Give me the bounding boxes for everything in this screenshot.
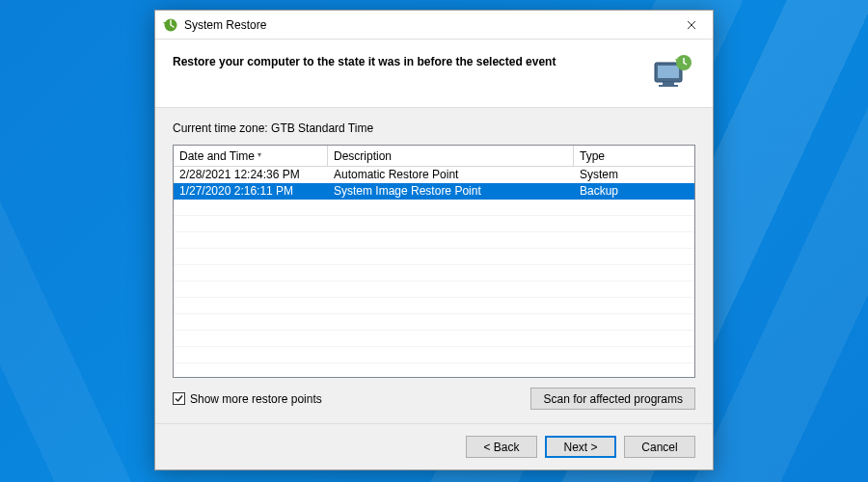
- cell-type: Backup: [574, 183, 694, 200]
- column-label: Type: [580, 149, 605, 163]
- cell-type: System: [574, 167, 694, 183]
- cell-date: 2/28/2021 12:24:36 PM: [174, 167, 328, 183]
- cell-date: 1/27/2020 2:16:11 PM: [174, 183, 328, 200]
- page-heading: Restore your computer to the state it wa…: [173, 53, 647, 68]
- svg-rect-2: [658, 66, 679, 78]
- back-button[interactable]: < Back: [466, 436, 537, 458]
- column-label: Date and Time: [179, 149, 255, 163]
- next-button[interactable]: Next >: [545, 436, 616, 458]
- table-body: 2/28/2021 12:24:36 PMAutomatic Restore P…: [174, 167, 694, 377]
- close-button[interactable]: [670, 11, 713, 40]
- table-row[interactable]: 1/27/2020 2:16:11 PMSystem Image Restore…: [174, 183, 694, 200]
- column-header-type[interactable]: Type: [574, 146, 694, 166]
- table-row[interactable]: 2/28/2021 12:24:36 PMAutomatic Restore P…: [174, 167, 694, 183]
- svg-rect-4: [659, 85, 678, 87]
- wizard-body: Current time zone: GTB Standard Time Dat…: [155, 108, 713, 423]
- restore-points-table[interactable]: Date and Time ▾ Description Type 2/28/20…: [173, 145, 695, 378]
- checkbox-label: Show more restore points: [190, 392, 322, 406]
- grid-lines: [174, 200, 694, 377]
- wizard-footer: < Back Next > Cancel: [155, 423, 713, 469]
- cell-description: System Image Restore Point: [328, 183, 574, 200]
- show-more-checkbox-wrap[interactable]: Show more restore points: [173, 392, 530, 406]
- column-header-date[interactable]: Date and Time ▾: [174, 146, 328, 166]
- below-table-row: Show more restore points Scan for affect…: [173, 378, 695, 415]
- scan-affected-programs-button[interactable]: Scan for affected programs: [530, 388, 695, 410]
- table-header: Date and Time ▾ Description Type: [174, 146, 694, 167]
- svg-rect-3: [663, 82, 674, 85]
- cell-description: Automatic Restore Point: [328, 167, 574, 183]
- window-title: System Restore: [184, 18, 670, 32]
- close-icon: [687, 17, 696, 33]
- column-label: Description: [334, 149, 392, 163]
- sort-descending-icon: ▾: [258, 150, 261, 159]
- checkbox-icon: [173, 392, 185, 405]
- column-header-description[interactable]: Description: [328, 146, 574, 166]
- titlebar[interactable]: System Restore: [155, 11, 713, 40]
- system-restore-icon: [163, 17, 178, 33]
- restore-art-icon: [647, 53, 695, 92]
- system-restore-window: System Restore Restore your computer to …: [154, 10, 714, 470]
- cancel-button[interactable]: Cancel: [624, 436, 695, 458]
- wizard-header: Restore your computer to the state it wa…: [155, 40, 713, 108]
- timezone-label: Current time zone: GTB Standard Time: [173, 121, 695, 135]
